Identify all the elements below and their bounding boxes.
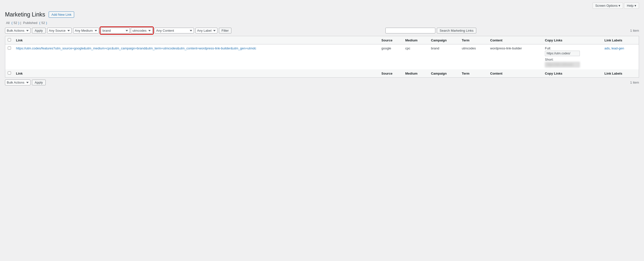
full-link-box[interactable]: https://utm.codes/ — [545, 51, 580, 56]
label-ads-link[interactable]: ads — [604, 46, 610, 50]
row-content-cell: wordpress-link-builder — [488, 44, 542, 70]
bulk-actions-select-top[interactable]: Bulk Actions Delete — [5, 28, 30, 34]
row-link-cell: https://utm.codes/features?utm_source=go… — [14, 44, 379, 70]
column-header-content: Content — [488, 36, 542, 44]
footer-column-campaign: Campaign — [428, 69, 459, 78]
select-all-checkbox-footer[interactable] — [5, 69, 14, 78]
top-bar: Screen Options ▾ Help ▾ — [5, 2, 639, 9]
item-count-top: 1 item — [630, 29, 639, 32]
footer-column-term: Term — [459, 69, 488, 78]
row-source: google — [382, 46, 391, 50]
page-wrapper: Screen Options ▾ Help ▾ Marketing Links … — [0, 0, 644, 261]
search-area: Search Marketing Links — [386, 28, 476, 34]
row-checkbox[interactable] — [8, 46, 11, 50]
column-header-term: Term — [459, 36, 488, 44]
page-title: Marketing Links — [5, 11, 45, 18]
filter-all-label: All — [6, 21, 10, 25]
select-all-checkbox[interactable] — [8, 38, 11, 42]
filter-links: All (52) | Published (52) — [5, 21, 639, 25]
filter-all-count: 52 — [14, 21, 17, 25]
filter-all-link[interactable]: All (52) — [5, 21, 19, 25]
any-content-select[interactable]: Any Content wordpress-link-builder — [154, 28, 194, 34]
row-medium-cell: cpc — [403, 44, 428, 70]
help-button[interactable]: Help ▾ — [624, 2, 639, 9]
row-content: wordpress-link-builder — [490, 46, 522, 50]
table-body: https://utm.codes/features?utm_source=go… — [5, 44, 639, 70]
table-head: Link Source Medium Campaign Term Content — [5, 36, 639, 44]
apply-button-bottom[interactable]: Apply — [32, 80, 46, 85]
any-medium-select[interactable]: Any Medium cpc — [73, 28, 99, 34]
filter-button[interactable]: Filter — [219, 28, 232, 34]
footer-column-link: Link — [14, 69, 379, 78]
row-campaign-cell: brand — [428, 44, 459, 70]
footer-column-medium: Medium — [403, 69, 428, 78]
row-term: utmcodes — [462, 46, 476, 50]
row-campaign: brand — [431, 46, 439, 50]
column-header-source: Source — [379, 36, 402, 44]
row-medium: cpc — [405, 46, 410, 50]
table-foot: Link Source Medium Campaign Term Content — [5, 69, 639, 78]
row-copy-links-cell: Full: https://utm.codes/ Short: https://… — [542, 44, 602, 70]
row-checkbox-cell[interactable] — [5, 44, 14, 70]
select-all-checkbox-header[interactable] — [5, 36, 14, 44]
search-input[interactable] — [386, 28, 435, 34]
label-lead-gen-link[interactable]: lead-gen — [612, 46, 624, 50]
any-label-select[interactable]: Any Label ads lead-gen — [196, 28, 218, 34]
apply-button-top[interactable]: Apply — [32, 28, 46, 34]
table-header-row: Link Source Medium Campaign Term Content — [5, 36, 639, 44]
help-chevron-icon: ▾ — [634, 4, 636, 8]
marketing-links-table: Link Source Medium Campaign Term Content — [5, 36, 639, 78]
screen-options-button[interactable]: Screen Options ▾ — [592, 2, 623, 9]
any-source-select[interactable]: Any Source google — [47, 28, 72, 34]
screen-options-chevron-icon: ▾ — [618, 4, 620, 8]
term-select[interactable]: Any Term utmcodes — [131, 28, 152, 34]
short-link-box[interactable]: https://utm.cd/xxxxx — [545, 62, 580, 67]
filter-published-count: 52 — [42, 21, 45, 25]
full-link-label: Full: — [545, 46, 599, 50]
screen-options-label: Screen Options — [595, 4, 618, 8]
bulk-actions-group-top: Bulk Actions Delete Apply — [5, 28, 46, 34]
tablenav-top: Bulk Actions Delete Apply Any Source goo… — [5, 27, 639, 34]
filter-published-label: Published — [23, 21, 38, 25]
help-label: Help — [627, 4, 634, 8]
row-source-cell: google — [379, 44, 402, 70]
column-header-campaign: Campaign — [428, 36, 459, 44]
footer-column-source: Source — [379, 69, 402, 78]
footer-column-copy-links: Copy Links — [542, 69, 602, 78]
highlighted-filters: Any Campaign brand Any Term utmcodes — [100, 27, 153, 34]
select-all-checkbox-bottom[interactable] — [8, 71, 11, 74]
search-button[interactable]: Search Marketing Links — [437, 28, 476, 34]
column-header-copy-links: Copy Links — [542, 36, 602, 44]
table-row: https://utm.codes/features?utm_source=go… — [5, 44, 639, 70]
bulk-actions-group-bottom: Bulk Actions Delete Apply — [5, 80, 46, 85]
filter-separator: | — [20, 21, 21, 25]
short-link-label: Short: — [545, 58, 599, 62]
item-count-bottom: 1 item — [630, 80, 639, 84]
campaign-select[interactable]: Any Campaign brand — [101, 28, 130, 34]
row-link[interactable]: https://utm.codes/features?utm_source=go… — [16, 46, 256, 50]
row-labels-cell: ads, lead-gen — [602, 44, 639, 70]
add-new-link-button[interactable]: Add New Link — [49, 12, 74, 18]
column-header-link-labels: Link Labels — [602, 36, 639, 44]
page-header: Marketing Links Add New Link — [5, 11, 639, 18]
bulk-actions-select-bottom[interactable]: Bulk Actions Delete — [5, 80, 30, 85]
footer-column-link-labels: Link Labels — [602, 69, 639, 78]
tablenav-bottom: Bulk Actions Delete Apply 1 item — [5, 80, 639, 85]
table-footer-row: Link Source Medium Campaign Term Content — [5, 69, 639, 78]
column-header-medium: Medium — [403, 36, 428, 44]
footer-column-content: Content — [488, 69, 542, 78]
filter-published-link[interactable]: Published (52) — [22, 21, 47, 25]
column-header-link: Link — [14, 36, 379, 44]
row-term-cell: utmcodes — [459, 44, 488, 70]
